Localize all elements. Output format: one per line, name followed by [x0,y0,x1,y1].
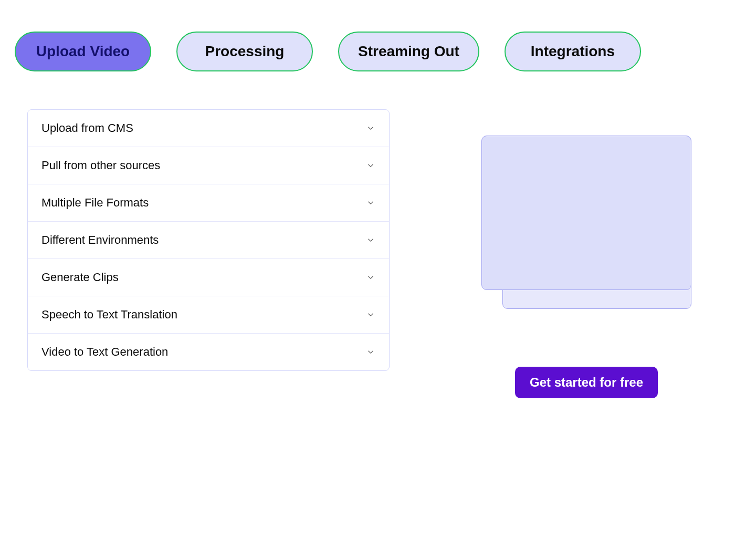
chevron-down-icon [366,198,375,208]
card-stack [481,136,691,309]
accordion-label: Generate Clips [41,271,119,284]
tab-label: Streaming Out [358,43,459,59]
accordion-item-video-to-text-generation[interactable]: Video to Text Generation [28,334,389,370]
accordion: Upload from CMS Pull from other sources … [27,109,390,371]
accordion-item-speech-to-text-translation[interactable]: Speech to Text Translation [28,296,389,334]
accordion-label: Video to Text Generation [41,345,168,359]
accordion-label: Upload from CMS [41,121,133,135]
tab-label: Upload Video [36,43,130,59]
chevron-down-icon [366,273,375,282]
tab-upload-video[interactable]: Upload Video [15,32,151,71]
card-front [481,136,691,290]
chevron-down-icon [366,347,375,357]
accordion-label: Speech to Text Translation [41,308,177,322]
accordion-item-multiple-file-formats[interactable]: Multiple File Formats [28,184,389,222]
accordion-item-pull-from-other-sources[interactable]: Pull from other sources [28,147,389,184]
get-started-button[interactable]: Get started for free [515,367,658,398]
chevron-down-icon [366,310,375,319]
tab-streaming-out[interactable]: Streaming Out [338,32,479,71]
cta-label: Get started for free [530,375,643,389]
accordion-label: Different Environments [41,233,159,247]
accordion-item-generate-clips[interactable]: Generate Clips [28,259,389,296]
accordion-item-different-environments[interactable]: Different Environments [28,222,389,259]
accordion-item-upload-from-cms[interactable]: Upload from CMS [28,110,389,147]
chevron-down-icon [366,161,375,170]
tab-bar: Upload Video Processing Streaming Out In… [15,32,741,71]
chevron-down-icon [366,235,375,245]
right-column: Get started for free [432,109,741,398]
tab-processing[interactable]: Processing [176,32,313,71]
chevron-down-icon [366,123,375,133]
tab-integrations[interactable]: Integrations [505,32,641,71]
tab-label: Processing [205,43,285,59]
accordion-label: Pull from other sources [41,159,160,172]
tab-label: Integrations [531,43,615,59]
content-area: Upload from CMS Pull from other sources … [15,109,741,398]
accordion-label: Multiple File Formats [41,196,149,210]
